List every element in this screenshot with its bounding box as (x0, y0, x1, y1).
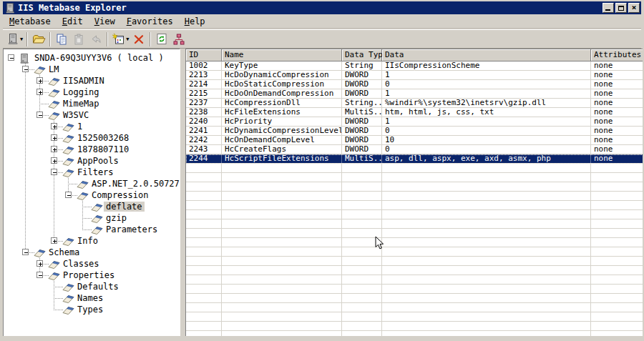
table-empty-row[interactable] (186, 173, 644, 182)
table-row-2243[interactable]: 2243HcCreateFlagsDWORD0none (186, 145, 644, 154)
table-row-2237[interactable]: 2237HcCompressionDllString...%windir%\sy… (186, 99, 644, 108)
menu-item-view[interactable]: View (89, 15, 121, 28)
dropdown-caret-icon[interactable]: ▼ (20, 36, 23, 42)
tree-item-names[interactable]: Names (4, 292, 180, 304)
column-header-id[interactable]: ID (186, 49, 222, 61)
menu-item-help[interactable]: Help (179, 15, 211, 28)
tree-item-classes[interactable]: Classes (4, 258, 180, 270)
collapse-toggle-icon[interactable] (65, 192, 72, 198)
cell-data (382, 182, 591, 191)
menu-item-edit[interactable]: Edit (57, 15, 89, 28)
tree-item-schema[interactable]: Schema (4, 247, 180, 258)
expand-toggle-icon[interactable] (51, 146, 57, 152)
table-row-2238[interactable]: 2238HcFileExtensionsMultiS...htm, html, … (186, 108, 644, 117)
table-empty-row[interactable] (186, 275, 644, 285)
cell-data: 0 (382, 80, 591, 89)
toolbar-button-delete[interactable] (130, 31, 147, 47)
tree-item-iisadmin[interactable]: IISADMIN (4, 75, 180, 87)
table-row-2213[interactable]: 2213HcDoDynamicCompressionDWORD1none (186, 71, 644, 80)
toolbar-button-copy[interactable] (53, 31, 70, 47)
collapse-toggle-icon[interactable] (51, 169, 57, 175)
collapse-toggle-icon[interactable] (36, 112, 43, 118)
table-empty-row[interactable] (186, 247, 644, 257)
toolbar-button-connect-server[interactable]: ▼ (6, 31, 24, 47)
pane-splitter[interactable] (180, 49, 185, 337)
minimize-button[interactable] (602, 3, 614, 13)
collapse-toggle-icon[interactable] (8, 54, 14, 61)
tree-item-compression[interactable]: Compression (4, 189, 180, 201)
key-icon (91, 224, 103, 234)
tree-item-snda-69q3uyy3v6-local[interactable]: SNDA-69Q3UYY3V6 ( local ) (4, 52, 180, 64)
table-empty-row[interactable] (186, 312, 644, 322)
toolbar-button-new-key[interactable]: ▼ (110, 31, 130, 47)
cell-id (186, 210, 222, 219)
table-empty-row[interactable] (186, 164, 644, 173)
table-empty-row[interactable] (186, 229, 644, 238)
tree-item-1878807110[interactable]: 1878807110 (4, 144, 180, 155)
toolbar-button-hierarchy[interactable] (170, 31, 187, 47)
table-empty-row[interactable] (186, 322, 644, 331)
table-row-2240[interactable]: 2240HcPriorityDWORD1none (186, 117, 644, 127)
cell-data-type (342, 182, 382, 191)
collapse-toggle-icon[interactable] (36, 272, 43, 278)
maximize-button[interactable] (615, 3, 627, 13)
menu-item-favorites[interactable]: Favorites (121, 15, 179, 28)
table-empty-row[interactable] (186, 303, 644, 312)
tree-item-apppools[interactable]: AppPools (4, 155, 180, 167)
table-empty-row[interactable] (186, 219, 644, 229)
column-header-attributes[interactable]: Attributes (591, 49, 644, 61)
tree-item-logging[interactable]: Logging (4, 87, 180, 98)
table-empty-row[interactable] (186, 257, 644, 266)
table-row-2214[interactable]: 2214HcDoStaticCompressionDWORD0none (186, 80, 644, 89)
title-bar[interactable]: IIS Metabase Explorer × (3, 1, 641, 14)
table-row-1002[interactable]: 1002KeyTypeStringIIsCompressionSchemenon… (186, 61, 644, 71)
tree-item-lm[interactable]: LM (4, 64, 180, 75)
table-row-2242[interactable]: 2242HcOnDemandCompLevelDWORD10none (186, 136, 644, 145)
table-empty-row[interactable] (186, 238, 644, 247)
column-header-data[interactable]: Data (382, 49, 591, 61)
table-empty-row[interactable] (186, 201, 644, 210)
tree-item-mimemap[interactable]: MimeMap (4, 98, 180, 109)
expand-toggle-icon[interactable] (36, 89, 43, 95)
tree-item-deflate[interactable]: deflate (4, 201, 180, 212)
toolbar-button-open-folder[interactable] (30, 31, 47, 47)
dropdown-caret-icon[interactable]: ▼ (126, 36, 129, 42)
expand-toggle-icon[interactable] (51, 157, 57, 164)
tree-item-properties[interactable]: Properties (4, 270, 180, 281)
tree-item-filters[interactable]: Filters (4, 167, 180, 178)
toolbar-button-paste[interactable] (70, 31, 87, 47)
expand-toggle-icon[interactable] (51, 237, 57, 244)
tree-item-gzip[interactable]: gzip (4, 212, 180, 224)
table-empty-row[interactable] (186, 294, 644, 303)
toolbar-button-undo[interactable] (87, 31, 104, 47)
tree-item-asp-net-2-0-50727-0[interactable]: ASP.NET_2.0.50727.0 (4, 178, 180, 189)
table-row-2215[interactable]: 2215HcDoOnDemandCompressionDWORD1none (186, 89, 644, 99)
expand-toggle-icon[interactable] (51, 134, 57, 141)
tree-item-types[interactable]: Types (4, 304, 180, 315)
collapse-toggle-icon[interactable] (22, 249, 29, 255)
menu-item-metabase[interactable]: Metabase (4, 15, 57, 28)
close-button[interactable]: × (628, 3, 640, 13)
column-header-name[interactable]: Name (222, 49, 342, 61)
tree-item-w3svc[interactable]: W3SVC (4, 109, 180, 121)
expand-toggle-icon[interactable] (36, 260, 43, 267)
expand-toggle-icon[interactable] (36, 77, 43, 84)
column-header-data-type[interactable]: Data Type (342, 49, 382, 61)
table-empty-row[interactable] (186, 192, 644, 201)
metabase-tree: SNDA-69Q3UYY3V6 ( local )LMIISADMINLoggi… (3, 49, 180, 337)
tree-item-info[interactable]: Info (4, 235, 180, 247)
table-empty-row[interactable] (186, 210, 644, 219)
toolbar-button-refresh[interactable] (153, 31, 170, 47)
table-row-2244[interactable]: 2244HcScriptFileExtensionsMultiS...asp, … (186, 154, 644, 164)
table-empty-row[interactable] (186, 285, 644, 294)
table-empty-row[interactable] (186, 182, 644, 192)
tree-item-defaults[interactable]: Defaults (4, 281, 180, 292)
tree-item-1[interactable]: 1 (4, 121, 180, 132)
collapse-toggle-icon[interactable] (22, 66, 29, 72)
tree-item-1525003268[interactable]: 1525003268 (4, 132, 180, 144)
table-empty-row[interactable] (186, 266, 644, 275)
table-row-2241[interactable]: 2241HcDynamicCompressionLevelDWORD0none (186, 127, 644, 136)
tree-item-parameters[interactable]: Parameters (4, 224, 180, 235)
expand-toggle-icon[interactable] (51, 123, 57, 129)
tree-item-label: 1878807110 (75, 144, 131, 154)
